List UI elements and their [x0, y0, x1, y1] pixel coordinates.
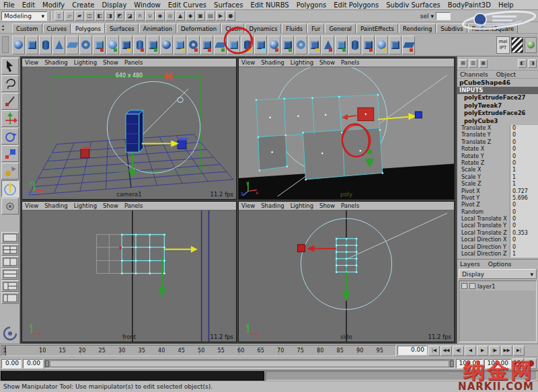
- shelf-icon-cube[interactable]: [200, 36, 213, 54]
- layout-three-pane-button[interactable]: [1, 280, 19, 292]
- shelf-tab[interactable]: Polygons: [71, 24, 105, 33]
- playback-range-bar[interactable]: [50, 360, 449, 367]
- shelf-tab[interactable]: Surfaces: [106, 24, 139, 33]
- shelf-icon-cube[interactable]: [174, 36, 186, 54]
- save-scene-icon[interactable]: ▰: [75, 11, 84, 21]
- shelf-tab[interactable]: Subdivs: [436, 24, 467, 33]
- viewport-menu-item[interactable]: Show: [103, 59, 118, 66]
- history-node[interactable]: polyExtrudeFace27: [457, 94, 538, 102]
- shelf-tab[interactable]: Animation: [139, 24, 176, 33]
- current-time-field[interactable]: 0.00: [397, 346, 427, 355]
- slow-speed-icon[interactable]: ◧: [518, 59, 527, 68]
- shelf-icon-cube[interactable]: [254, 36, 267, 54]
- chevron-down-icon[interactable]: ▾: [430, 13, 434, 19]
- attribute-name[interactable]: Translate X: [461, 125, 510, 132]
- layout-two-pane-stacked-button[interactable]: [1, 268, 19, 280]
- construction-history-icon[interactable]: ◆: [186, 11, 195, 21]
- menu-item[interactable]: Edit Polygons: [334, 1, 379, 9]
- shelf-tab[interactable]: Rendering: [399, 24, 436, 33]
- attribute-name[interactable]: Local Direction Z: [461, 251, 510, 258]
- ipr-render-icon[interactable]: ▶: [216, 11, 225, 21]
- shelf-icon-cylinder[interactable]: [133, 36, 146, 54]
- playback-button[interactable]: ◀|: [453, 346, 464, 356]
- wireframe-selected[interactable]: [336, 239, 356, 272]
- attribute-value[interactable]: 0: [510, 125, 538, 132]
- attribute-value[interactable]: 0: [510, 209, 538, 216]
- shelf-icon-cube[interactable]: [26, 36, 38, 54]
- viewport-side-canvas[interactable]: side 11.2 fps y x z: [239, 210, 454, 342]
- viewport-menu-item[interactable]: View: [25, 59, 38, 66]
- channel-manipulator-icon[interactable]: ▤: [459, 59, 467, 68]
- shelf-tab[interactable]: PaintEffects: [356, 24, 398, 33]
- menu-set-selector[interactable]: Modeling ▾: [1, 11, 47, 21]
- attribute-name[interactable]: Local Translate Z: [461, 230, 510, 237]
- shelf-tab[interactable]: Deformation: [177, 24, 221, 33]
- channel-box-menu-item[interactable]: Channels: [460, 71, 488, 78]
- select-mask-handles-icon[interactable]: ◩: [115, 11, 124, 21]
- range-start-handle[interactable]: [45, 360, 49, 367]
- history-node[interactable]: polyExtrudeFace26: [457, 110, 538, 118]
- snap-to-points-icon[interactable]: ◉: [155, 11, 165, 21]
- menu-item[interactable]: Edit NURBS: [250, 1, 289, 9]
- polygon-mesh-boxes[interactable]: [256, 95, 383, 180]
- paint-select-tool-button[interactable]: [1, 93, 19, 110]
- viewport-menu-item[interactable]: Shading: [261, 202, 284, 209]
- manipulator-x-arrow[interactable]: [164, 246, 197, 253]
- shelf-icon-cube[interactable]: [389, 36, 401, 54]
- clapperboard-icon[interactable]: [511, 37, 523, 53]
- shelf-icon-cube[interactable]: [281, 36, 294, 54]
- menu-item[interactable]: File: [3, 1, 15, 9]
- mel-script-icon[interactable]: mel IPT: [496, 36, 510, 54]
- layer-mode-selector[interactable]: Display ▾: [459, 269, 537, 279]
- show-manipulator-tool-button[interactable]: [1, 180, 19, 197]
- viewport-menu-item[interactable]: Shading: [44, 202, 68, 209]
- attribute-name[interactable]: Translate Y: [461, 132, 510, 139]
- shelf-tab[interactable]: Dynamics: [245, 24, 281, 33]
- menu-item[interactable]: Edit Curves: [168, 1, 206, 9]
- manipulator-red-arrow[interactable]: [307, 245, 336, 252]
- attribute-value[interactable]: 0: [510, 146, 538, 153]
- layout-two-pane-side-button[interactable]: [1, 256, 19, 268]
- attribute-value[interactable]: 0.727: [510, 188, 538, 195]
- shelf-tab[interactable]: Fur: [307, 24, 324, 33]
- select-hierarchy-icon[interactable]: ◫: [85, 11, 94, 21]
- attribute-value[interactable]: 1: [510, 167, 538, 173]
- layout-single-pane-button[interactable]: [1, 232, 19, 243]
- layer-row[interactable]: layer1: [460, 282, 535, 290]
- shelf-icon-torus[interactable]: [79, 36, 92, 54]
- attribute-name[interactable]: Rotate Z: [461, 160, 510, 167]
- open-scene-icon[interactable]: ▱: [65, 11, 74, 21]
- attribute-value[interactable]: 0: [510, 202, 538, 208]
- viewport-front-canvas[interactable]: front 11.2 fps y x z: [22, 210, 236, 342]
- attribute-value[interactable]: 0: [510, 216, 538, 223]
- attribute-name[interactable]: Translate Z: [461, 139, 510, 146]
- viewport-menu-item[interactable]: Show: [319, 202, 335, 209]
- select-mask-lines-icon[interactable]: ◪: [125, 11, 134, 21]
- command-line-input[interactable]: [1, 371, 264, 381]
- snap-to-planes-icon[interactable]: ◎: [165, 11, 175, 21]
- viewport-menu-item[interactable]: Lighting: [74, 202, 97, 209]
- range-track[interactable]: [44, 359, 455, 368]
- shelf-icon-sphere[interactable]: [12, 36, 25, 54]
- viewport-menu-item[interactable]: View: [25, 202, 38, 209]
- attribute-name[interactable]: Local Translate Y: [461, 223, 510, 229]
- viewport-menu-item[interactable]: Lighting: [291, 202, 313, 209]
- attribute-name[interactable]: Rotate X: [461, 146, 510, 153]
- rotate-tool-button[interactable]: [1, 128, 19, 145]
- select-object-icon[interactable]: ◧: [95, 11, 104, 21]
- soft-modification-tool-button[interactable]: [1, 163, 19, 180]
- attribute-value[interactable]: 0: [510, 244, 538, 251]
- playback-button[interactable]: ◀◀: [440, 346, 452, 356]
- channel-speed-icon[interactable]: ▥: [469, 59, 477, 68]
- shelf-icon-sphere[interactable]: [160, 36, 173, 54]
- layout-four-pane-button[interactable]: [1, 244, 19, 256]
- last-tool-button[interactable]: [1, 198, 19, 214]
- layout-outliner-persp-button[interactable]: [1, 292, 19, 304]
- attribute-value[interactable]: 0: [510, 223, 538, 229]
- open-render-view-icon[interactable]: ▣: [196, 11, 205, 21]
- shelf-icon-torus[interactable]: [295, 36, 307, 54]
- attribute-name[interactable]: Scale Y: [461, 174, 510, 181]
- shelf-icon-cylinder[interactable]: [348, 36, 361, 54]
- playback-start-field[interactable]: 0.00: [23, 359, 43, 368]
- shelf-icon-cylinder[interactable]: [241, 36, 254, 54]
